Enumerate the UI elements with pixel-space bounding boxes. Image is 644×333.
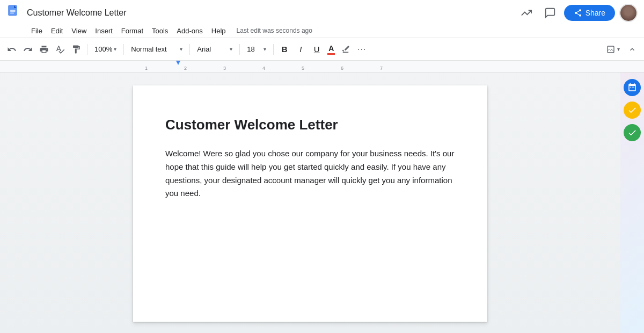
toolbar-separator-2: [123, 44, 124, 55]
font-color-button[interactable]: A: [325, 42, 337, 57]
italic-button[interactable]: I: [293, 42, 308, 57]
share-button[interactable]: Share: [564, 5, 615, 21]
more-options-button[interactable]: ···: [354, 42, 369, 57]
font-size-select[interactable]: 18 ▾: [243, 42, 270, 57]
zoom-chevron: ▾: [114, 46, 116, 52]
style-chevron: ▾: [180, 46, 182, 52]
svg-rect-2: [10, 10, 16, 11]
highlight-button[interactable]: [338, 42, 353, 57]
doc-body[interactable]: Welcome! Were so glad you chose our comp…: [165, 147, 455, 200]
zoom-select[interactable]: 100% ▾: [91, 42, 120, 57]
menu-item-edit[interactable]: Edit: [47, 26, 67, 36]
redo-button[interactable]: [20, 42, 35, 57]
doc-canvas[interactable]: Customer Welcome Letter Welcome! Were so…: [0, 73, 620, 333]
main-area: Customer Welcome Letter Welcome! Were so…: [0, 73, 644, 333]
title-section: Customer Welcome Letter: [27, 8, 517, 18]
format-image-button[interactable]: ▾: [603, 42, 624, 57]
font-chevron: ▾: [230, 46, 232, 52]
doc-page: Customer Welcome Letter Welcome! Were so…: [133, 85, 487, 322]
toolbar-separator-1: [87, 44, 87, 55]
menu-bar: File Edit View Insert Format Tools Add-o…: [0, 24, 644, 38]
right-sidebar: [620, 73, 644, 333]
doc-title[interactable]: Customer Welcome Letter: [27, 8, 517, 18]
avatar[interactable]: [619, 4, 638, 22]
svg-rect-3: [10, 11, 16, 12]
menu-item-format[interactable]: Format: [117, 26, 148, 36]
trending-icon[interactable]: [517, 3, 536, 23]
bold-button[interactable]: B: [277, 42, 292, 57]
tasks-widget[interactable]: [624, 102, 641, 119]
ruler: 1 2 3 4 5 6 7: [0, 61, 644, 73]
chevron-down-icon: ▾: [617, 46, 620, 52]
toolbar: 100% ▾ Normal text ▾ Arial ▾ 18 ▾ B I U …: [0, 38, 644, 61]
svg-rect-4: [10, 13, 14, 13]
header-actions: Share: [517, 3, 638, 23]
menu-item-file[interactable]: File: [27, 26, 47, 36]
print-button[interactable]: [36, 42, 52, 57]
menu-item-insert[interactable]: Insert: [91, 26, 117, 36]
last-edit-status: Last edit was seconds ago: [237, 27, 312, 34]
calendar-widget[interactable]: [624, 79, 641, 96]
doc-heading: Customer Welcome Letter: [165, 117, 455, 133]
menu-item-addons[interactable]: Add-ons: [172, 26, 207, 36]
underline-button[interactable]: U: [309, 42, 324, 57]
size-chevron: ▾: [264, 46, 266, 52]
menu-item-help[interactable]: Help: [207, 26, 230, 36]
menu-item-tools[interactable]: Tools: [148, 26, 172, 36]
comments-icon[interactable]: [540, 3, 560, 23]
font-select[interactable]: Arial ▾: [193, 42, 236, 57]
menu-item-view[interactable]: View: [67, 26, 91, 36]
svg-rect-6: [608, 46, 614, 53]
undo-button[interactable]: [4, 42, 19, 57]
toolbar-separator-5: [273, 44, 274, 55]
toolbar-separator-3: [189, 44, 190, 55]
collapse-button[interactable]: [625, 42, 640, 57]
toolbar-separator-4: [239, 44, 240, 55]
paint-format-button[interactable]: [69, 42, 84, 57]
docs-icon: [6, 4, 21, 21]
style-select[interactable]: Normal text ▾: [127, 42, 186, 57]
spell-check-button[interactable]: [53, 42, 68, 57]
meet-widget[interactable]: [624, 124, 641, 141]
